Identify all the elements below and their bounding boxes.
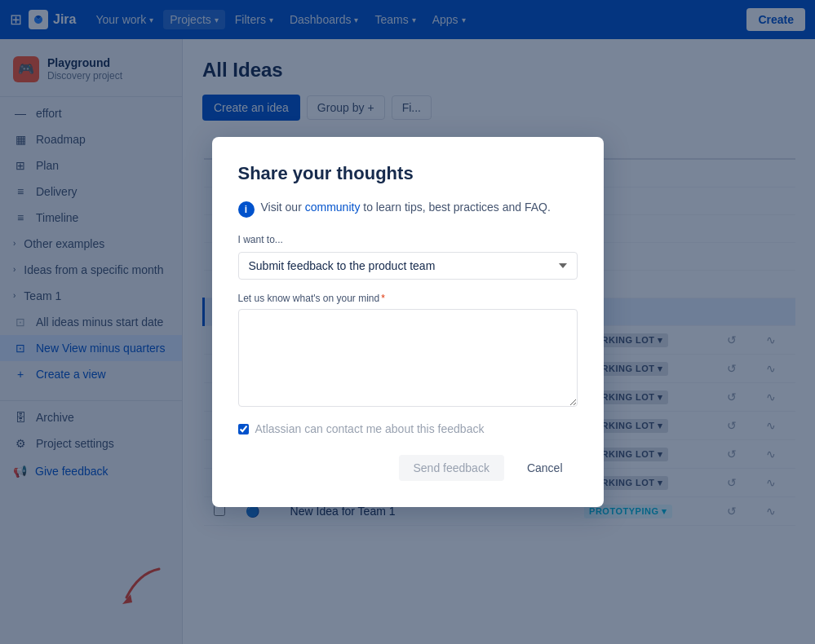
community-link[interactable]: community [305,201,361,214]
modal-want-label: I want to... [238,234,578,245]
contact-consent-label: Atlassian can contact me about this feed… [255,422,485,435]
contact-consent-row: Atlassian can contact me about this feed… [238,422,578,435]
feedback-type-select[interactable]: Submit feedback to the product team Repo… [238,252,578,280]
info-icon: i [238,201,255,218]
feedback-textarea[interactable] [238,309,578,407]
modal-overlay: Share your thoughts i Visit our communit… [0,0,815,644]
send-feedback-button[interactable]: Send feedback [399,455,504,481]
modal-title: Share your thoughts [238,163,578,184]
modal-info-bar: i Visit our community to learn tips, bes… [238,201,578,218]
contact-consent-checkbox[interactable] [238,424,249,434]
textarea-label: Let us know what's on your mind * [238,293,578,304]
cancel-button[interactable]: Cancel [512,455,578,481]
share-thoughts-modal: Share your thoughts i Visit our communit… [212,137,604,507]
required-indicator: * [381,293,385,304]
modal-actions: Send feedback Cancel [238,455,578,481]
